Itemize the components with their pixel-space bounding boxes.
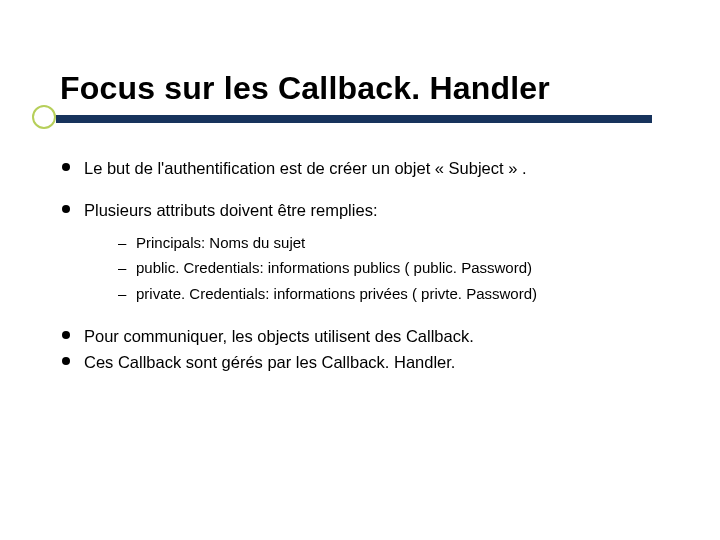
bullet-item: Ces Callback sont gérés par les Callback… <box>60 351 660 373</box>
title-underline <box>60 111 660 129</box>
bullet-text: Plusieurs attributs doivent être remplie… <box>84 201 377 219</box>
bullet-text: Pour communiquer, les objects utilisent … <box>84 327 474 345</box>
decorative-bar <box>56 115 652 123</box>
bullet-text: Ces Callback sont gérés par les Callback… <box>84 353 455 371</box>
sub-bullet-list: Principals: Noms du sujet public. Creden… <box>118 232 660 305</box>
slide: Focus sur les Callback. Handler Le but d… <box>0 0 720 540</box>
bullet-item: Le but de l'authentification est de crée… <box>60 157 660 179</box>
bullet-list: Pour communiquer, les objects utilisent … <box>60 325 660 374</box>
sub-bullet-text: public. Credentials: informations public… <box>136 259 532 276</box>
sub-bullet-text: private. Credentials: informations privé… <box>136 285 537 302</box>
decorative-circle-icon <box>32 105 56 129</box>
sub-bullet-text: Principals: Noms du sujet <box>136 234 305 251</box>
bullet-item: Pour communiquer, les objects utilisent … <box>60 325 660 347</box>
bullet-list: Le but de l'authentification est de crée… <box>60 157 660 305</box>
sub-bullet-item: private. Credentials: informations privé… <box>118 283 660 305</box>
bullet-item: Plusieurs attributs doivent être remplie… <box>60 199 660 305</box>
sub-bullet-item: Principals: Noms du sujet <box>118 232 660 254</box>
bullet-text: Le but de l'authentification est de crée… <box>84 159 527 177</box>
sub-bullet-item: public. Credentials: informations public… <box>118 257 660 279</box>
slide-title: Focus sur les Callback. Handler <box>60 70 660 107</box>
